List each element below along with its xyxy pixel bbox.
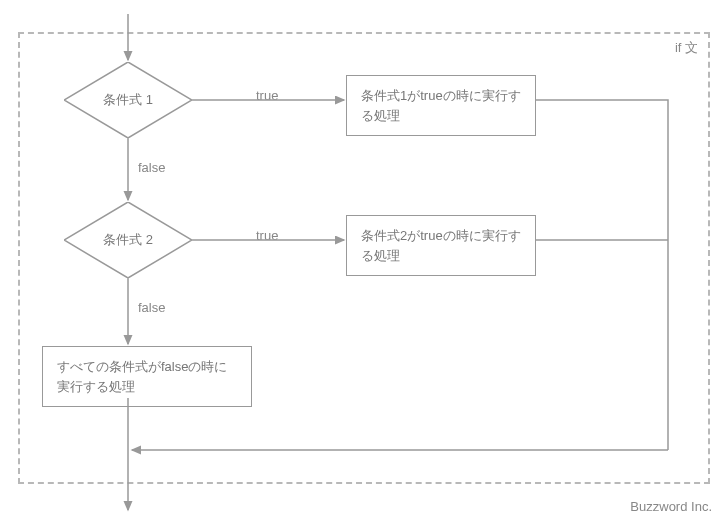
edge-label-false-1: false xyxy=(136,160,167,175)
footer-attribution: Buzzword Inc. xyxy=(630,499,712,514)
decision-1-label: 条件式 1 xyxy=(103,91,153,109)
process-else-text: すべての条件式がfalseの時に実行する処理 xyxy=(57,359,227,394)
decision-2: 条件式 2 xyxy=(64,202,192,278)
edge-label-false-2: false xyxy=(136,300,167,315)
process-true-1-text: 条件式1がtrueの時に実行する処理 xyxy=(361,88,521,123)
edge-label-true-1: true xyxy=(254,88,280,103)
decision-2-label: 条件式 2 xyxy=(103,231,153,249)
frame-title: if 文 xyxy=(675,39,698,57)
process-true-2: 条件式2がtrueの時に実行する処理 xyxy=(346,215,536,276)
process-true-1: 条件式1がtrueの時に実行する処理 xyxy=(346,75,536,136)
process-else: すべての条件式がfalseの時に実行する処理 xyxy=(42,346,252,407)
edge-label-true-2: true xyxy=(254,228,280,243)
decision-1: 条件式 1 xyxy=(64,62,192,138)
process-true-2-text: 条件式2がtrueの時に実行する処理 xyxy=(361,228,521,263)
